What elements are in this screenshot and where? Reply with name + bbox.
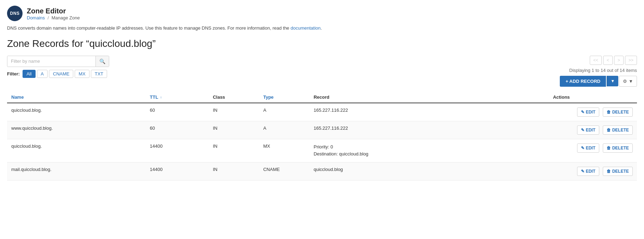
table-row: quiccloud.blog. 14400 IN MX Priority: 0 …: [7, 139, 637, 163]
row3-record: Priority: 0 Destination: quiccloud.blog: [309, 139, 549, 163]
search-button[interactable]: 🔍: [95, 56, 109, 67]
chevron-down-icon: ▼: [611, 79, 615, 84]
row4-actions: ✎ EDIT 🗑 DELETE: [549, 163, 637, 180]
pencil-icon: ✎: [581, 169, 584, 174]
row1-record: 165.227.116.222: [309, 103, 549, 121]
zone-title: Zone Records for “quiccloud.blog”: [7, 38, 637, 49]
row1-class: IN: [209, 103, 259, 121]
app-title-block: Zone Editor Domains / Manage Zone: [27, 7, 80, 20]
filter-btn-cname[interactable]: CNAME: [49, 70, 73, 78]
row2-record: 165.227.116.222: [309, 121, 549, 139]
row2-ttl: 60: [145, 121, 209, 139]
pencil-icon: ✎: [581, 128, 584, 133]
search-icon: 🔍: [99, 59, 105, 64]
breadcrumb: Domains / Manage Zone: [27, 15, 80, 20]
column-header-class: Class: [209, 91, 259, 103]
pagination-next-button[interactable]: >: [614, 56, 624, 65]
row4-ttl: 14400: [145, 163, 209, 180]
filter-section: 🔍 Filter: All A CNAME MX TXT: [7, 56, 109, 78]
edit-label: EDIT: [586, 169, 595, 174]
search-box: 🔍: [7, 56, 109, 67]
row4-type: CNAME: [259, 163, 309, 180]
row2-type: A: [259, 121, 309, 139]
pagination-first-button[interactable]: <<: [590, 56, 602, 65]
row3-delete-button[interactable]: 🗑 DELETE: [603, 143, 633, 153]
pencil-icon: ✎: [581, 146, 584, 151]
gear-settings-button[interactable]: ⚙ ▼: [619, 76, 637, 87]
gear-icon: ⚙: [623, 79, 627, 84]
column-header-name[interactable]: Name: [7, 91, 145, 103]
filter-btn-txt[interactable]: TXT: [91, 70, 107, 78]
filter-btn-mx[interactable]: MX: [75, 70, 89, 78]
gear-chevron-icon: ▼: [628, 79, 633, 84]
row3-priority: Priority: 0: [314, 143, 544, 151]
edit-label: EDIT: [586, 128, 595, 133]
search-input[interactable]: [7, 56, 95, 66]
row3-type: MX: [259, 139, 309, 163]
row2-edit-button[interactable]: ✎ EDIT: [577, 125, 599, 135]
pagination-row: << < > >>: [590, 56, 637, 65]
pagination-info: Displaying 1 to 14 out of 14 items: [569, 68, 637, 73]
description-after-link: .: [321, 25, 322, 31]
edit-label: EDIT: [586, 110, 595, 115]
add-record-button[interactable]: + ADD RECORD: [560, 76, 606, 87]
pagination-last-button[interactable]: >>: [625, 56, 637, 65]
filter-label: Filter:: [7, 71, 20, 76]
description-before-link: DNS converts domain names into computer-…: [7, 25, 291, 31]
row4-delete-button[interactable]: 🗑 DELETE: [603, 167, 633, 176]
row2-delete-button[interactable]: 🗑 DELETE: [603, 125, 633, 135]
delete-label: DELETE: [612, 128, 629, 133]
row4-record: quiccloud.blog: [309, 163, 549, 180]
table-header-row: Name TTL ↑ Class Type Record Actions: [7, 91, 637, 103]
trash-icon: 🗑: [607, 110, 611, 115]
documentation-link[interactable]: documentation: [291, 25, 321, 31]
records-table: Name TTL ↑ Class Type Record Actions qui…: [7, 91, 637, 181]
row1-name: quiccloud.blog.: [7, 103, 145, 121]
pencil-icon: ✎: [581, 110, 584, 115]
add-record-dropdown-button[interactable]: ▼: [607, 76, 618, 86]
column-header-actions: Actions: [549, 91, 637, 103]
row3-destination: Destination: quiccloud.blog: [314, 151, 544, 158]
delete-label: DELETE: [612, 146, 629, 151]
delete-label: DELETE: [612, 110, 629, 115]
toolbar-row: 🔍 Filter: All A CNAME MX TXT << < > >> D…: [7, 56, 637, 87]
right-controls: << < > >> Displaying 1 to 14 out of 14 i…: [560, 56, 637, 87]
column-header-ttl[interactable]: TTL ↑: [145, 91, 209, 103]
row1-delete-button[interactable]: 🗑 DELETE: [603, 108, 633, 117]
row1-ttl: 60: [145, 103, 209, 121]
filter-btn-a[interactable]: A: [37, 70, 48, 78]
trash-icon: 🗑: [607, 128, 611, 133]
breadcrumb-separator: /: [48, 15, 49, 20]
filter-btn-all[interactable]: All: [23, 70, 35, 78]
row3-edit-button[interactable]: ✎ EDIT: [577, 143, 599, 153]
row1-type: A: [259, 103, 309, 121]
dns-logo: DNS: [7, 6, 23, 21]
row2-actions: ✎ EDIT 🗑 DELETE: [549, 121, 637, 139]
page-wrapper: DNS Zone Editor Domains / Manage Zone DN…: [0, 0, 644, 239]
table-row: mail.quiccloud.blog. 14400 IN CNAME quic…: [7, 163, 637, 180]
row3-actions: ✎ EDIT 🗑 DELETE: [549, 139, 637, 163]
row4-name: mail.quiccloud.blog.: [7, 163, 145, 180]
trash-icon: 🗑: [607, 146, 611, 151]
row1-edit-button[interactable]: ✎ EDIT: [577, 108, 599, 117]
row4-edit-button[interactable]: ✎ EDIT: [577, 167, 599, 176]
description-text: DNS converts domain names into computer-…: [7, 25, 637, 32]
row2-class: IN: [209, 121, 259, 139]
trash-icon: 🗑: [607, 169, 611, 174]
delete-label: DELETE: [612, 169, 629, 174]
pagination-prev-button[interactable]: <: [603, 56, 613, 65]
add-record-row: + ADD RECORD ▼ ⚙ ▼: [560, 76, 637, 87]
breadcrumb-domains-link[interactable]: Domains: [27, 15, 45, 20]
table-row: quiccloud.blog. 60 IN A 165.227.116.222 …: [7, 103, 637, 121]
row3-name: quiccloud.blog.: [7, 139, 145, 163]
edit-label: EDIT: [586, 146, 595, 151]
row4-class: IN: [209, 163, 259, 180]
row1-actions: ✎ EDIT 🗑 DELETE: [549, 103, 637, 121]
row3-class: IN: [209, 139, 259, 163]
row3-ttl: 14400: [145, 139, 209, 163]
app-title: Zone Editor: [27, 7, 80, 15]
column-header-type[interactable]: Type: [259, 91, 309, 103]
app-header: DNS Zone Editor Domains / Manage Zone: [7, 6, 637, 21]
row2-name: www.quiccloud.blog.: [7, 121, 145, 139]
filter-types: Filter: All A CNAME MX TXT: [7, 70, 109, 78]
